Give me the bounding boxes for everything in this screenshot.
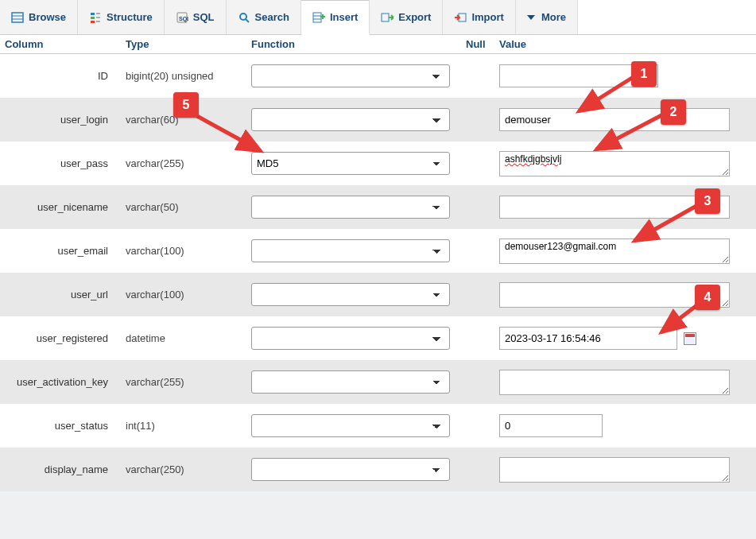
- header-value: Value: [499, 38, 756, 50]
- svg-rect-3: [91, 13, 95, 15]
- callout-2: 2: [661, 99, 686, 125]
- value-input-user-registered[interactable]: [499, 327, 677, 350]
- function-select-user-login[interactable]: [251, 108, 450, 131]
- callout-3: 3: [695, 188, 720, 214]
- function-select-user-pass[interactable]: MD5: [251, 152, 450, 175]
- row-display-name: display_name varchar(250): [0, 448, 756, 491]
- col-label: user_nicename: [0, 201, 126, 213]
- svg-rect-0: [12, 13, 23, 22]
- svg-line-21: [596, 114, 663, 149]
- tab-bar: Browse Structure SQL SQL Search Insert E…: [0, 0, 756, 35]
- tab-label: Import: [471, 11, 503, 23]
- tab-export[interactable]: Export: [370, 0, 443, 34]
- tab-sql[interactable]: SQL SQL: [165, 0, 227, 34]
- svg-text:SQL: SQL: [179, 16, 188, 22]
- function-select-user-activation-key[interactable]: [251, 370, 450, 394]
- function-select-user-url[interactable]: [251, 283, 450, 306]
- arrow-3: [628, 203, 704, 250]
- col-type: int(11): [126, 420, 251, 432]
- import-icon: [454, 11, 467, 24]
- tab-label: Structure: [107, 11, 153, 23]
- tab-search[interactable]: Search: [227, 0, 301, 34]
- col-type: bigint(20) unsigned: [126, 70, 251, 82]
- tab-label: More: [541, 11, 566, 23]
- tab-browse[interactable]: Browse: [0, 0, 78, 34]
- header-function: Function: [251, 38, 466, 50]
- function-select-user-registered[interactable]: [251, 327, 450, 350]
- browse-icon: [11, 11, 24, 24]
- tab-structure[interactable]: Structure: [78, 0, 165, 34]
- header-type: Type: [126, 38, 251, 50]
- value-input-user-activation-key[interactable]: [499, 370, 730, 395]
- col-type: varchar(255): [126, 376, 251, 388]
- tab-import[interactable]: Import: [443, 0, 515, 34]
- svg-rect-5: [91, 21, 95, 23]
- svg-rect-17: [322, 14, 324, 19]
- col-label: user_registered: [0, 332, 126, 344]
- row-user-status: user_status int(11): [0, 404, 756, 448]
- tab-label: Export: [398, 11, 431, 23]
- svg-line-12: [246, 19, 249, 22]
- col-label: user_url: [0, 289, 126, 301]
- svg-point-11: [240, 14, 246, 20]
- col-type: varchar(255): [126, 157, 251, 169]
- col-type: datetime: [126, 332, 251, 344]
- header-null: Null: [466, 38, 499, 50]
- function-select-user-email[interactable]: [251, 239, 450, 262]
- col-type: varchar(100): [126, 289, 251, 301]
- col-label: user_activation_key: [0, 376, 126, 388]
- callout-4: 4: [695, 285, 720, 310]
- insert-icon: [312, 11, 325, 24]
- value-input-user-status[interactable]: [499, 414, 603, 437]
- col-label: user_login: [0, 114, 126, 126]
- col-label: user_email: [0, 245, 126, 257]
- svg-line-22: [634, 206, 696, 241]
- tab-more[interactable]: More: [516, 0, 578, 34]
- structure-icon: [89, 11, 102, 24]
- col-label: display_name: [0, 463, 126, 475]
- row-user-registered: user_registered datetime: [0, 316, 756, 360]
- function-select-display-name[interactable]: [251, 458, 450, 481]
- col-type: varchar(100): [126, 245, 251, 257]
- column-headers: Column Type Function Null Value: [0, 35, 756, 54]
- col-label: user_status: [0, 420, 126, 432]
- tab-label: Search: [255, 11, 289, 23]
- value-input-display-name[interactable]: [499, 457, 730, 483]
- row-user-url: user_url varchar(100): [0, 273, 756, 316]
- search-icon: [238, 11, 250, 24]
- col-type: varchar(250): [126, 463, 251, 475]
- svg-line-20: [579, 76, 634, 111]
- tab-label: SQL: [193, 11, 215, 23]
- dropdown-icon: [527, 15, 535, 20]
- callout-5: 5: [173, 92, 199, 118]
- col-label: ID: [0, 70, 126, 82]
- function-select-user-nicename[interactable]: [251, 196, 450, 219]
- function-select-user-status[interactable]: [251, 414, 450, 437]
- svg-line-24: [197, 116, 261, 151]
- svg-rect-18: [382, 14, 389, 21]
- header-column: Column: [0, 38, 126, 50]
- export-icon: [381, 11, 394, 24]
- tab-insert[interactable]: Insert: [301, 0, 370, 35]
- sql-icon: SQL: [176, 11, 188, 24]
- tab-label: Insert: [330, 11, 358, 23]
- arrow-5: [192, 111, 272, 159]
- svg-rect-13: [313, 13, 321, 22]
- function-select-id[interactable]: [251, 64, 450, 87]
- col-type: varchar(50): [126, 201, 251, 213]
- footer-area: [0, 491, 756, 539]
- tab-label: Browse: [29, 11, 66, 23]
- svg-rect-4: [91, 17, 95, 19]
- arrow-2: [590, 111, 669, 159]
- col-label: user_pass: [0, 157, 126, 169]
- callout-1: 1: [631, 61, 657, 87]
- row-user-activation-key: user_activation_key varchar(255): [0, 360, 756, 404]
